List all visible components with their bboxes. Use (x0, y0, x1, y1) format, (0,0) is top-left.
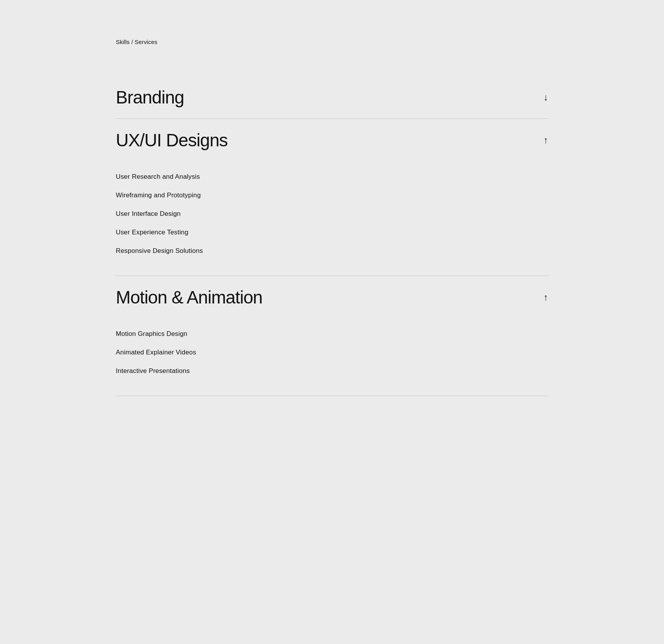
page-container: Skills / Services Branding UX/UI Designs… (116, 0, 548, 442)
branding-toggle-icon[interactable] (544, 93, 548, 102)
list-item[interactable]: User Experience Testing (116, 223, 548, 242)
list-item[interactable]: Animated Explainer Videos (116, 343, 548, 362)
list-item[interactable]: Interactive Presentations (116, 362, 548, 380)
ux-ui-title: UX/UI Designs (116, 130, 228, 151)
list-item[interactable]: Responsive Design Solutions (116, 242, 548, 260)
branding-title: Branding (116, 87, 184, 108)
ux-ui-content: User Research and Analysis Wireframing a… (116, 161, 548, 276)
section-branding: Branding (116, 76, 548, 119)
section-ux-ui: UX/UI Designs User Research and Analysis… (116, 119, 548, 276)
motion-animation-divider (116, 396, 548, 396)
branding-header[interactable]: Branding (116, 76, 548, 119)
list-item[interactable]: User Interface Design (116, 205, 548, 223)
motion-animation-toggle-icon[interactable] (544, 293, 548, 302)
breadcrumb: Skills / Services (116, 39, 548, 45)
ux-ui-header[interactable]: UX/UI Designs (116, 119, 548, 161)
motion-animation-header[interactable]: Motion & Animation (116, 276, 548, 319)
motion-animation-title: Motion & Animation (116, 287, 263, 308)
list-item[interactable]: User Research and Analysis (116, 168, 548, 186)
ux-ui-toggle-icon[interactable] (544, 136, 548, 145)
section-motion-animation: Motion & Animation Motion Graphics Desig… (116, 276, 548, 396)
list-item[interactable]: Wireframing and Prototyping (116, 186, 548, 205)
list-item[interactable]: Motion Graphics Design (116, 325, 548, 343)
motion-animation-content: Motion Graphics Design Animated Explaine… (116, 319, 548, 396)
